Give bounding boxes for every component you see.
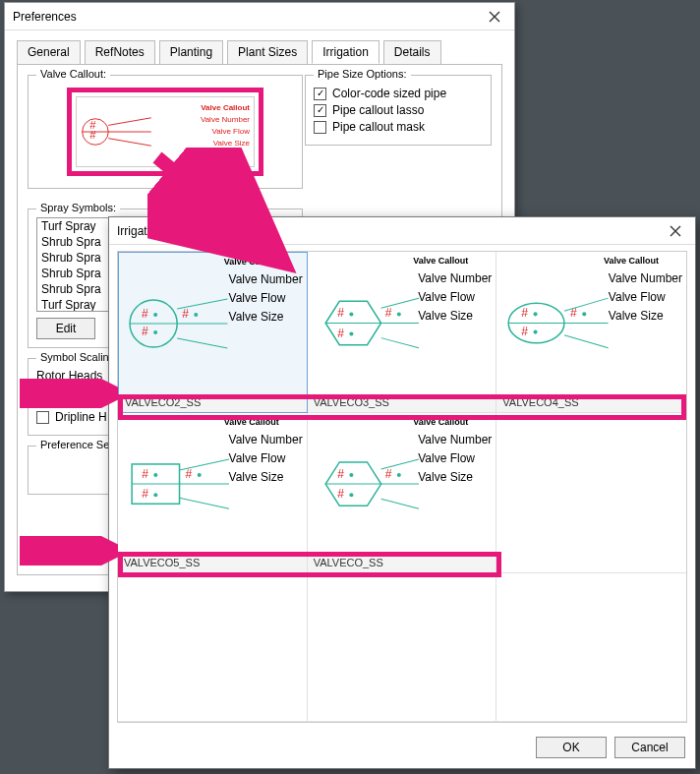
diagram-label: Valve Number <box>609 269 682 288</box>
irrigation-close-icon[interactable] <box>664 219 687 243</box>
thumb-l1: Valve Number <box>201 115 250 124</box>
callout-cell-valveco4[interactable]: # # # Valve Callout Valve Number Valve F… <box>496 252 686 413</box>
diagram-label: Valve Flow <box>229 449 303 468</box>
symbol-scaling-label: Symbol Scalin <box>36 351 113 363</box>
diagram-label: Valve Number <box>418 431 492 449</box>
diagram-label: Valve Size <box>609 307 682 326</box>
diagram-label: Valve Flow <box>229 289 303 308</box>
svg-line-26 <box>380 298 418 308</box>
callout-caption: VALVECO_SS <box>308 555 496 572</box>
tab-details[interactable]: Details <box>383 40 441 64</box>
svg-text:#: # <box>142 307 148 321</box>
diagram-label: Valve Number <box>418 269 492 288</box>
svg-text:#: # <box>89 129 96 141</box>
svg-text:#: # <box>337 467 344 481</box>
irrigation-titlebar: Irrigation <box>109 217 695 245</box>
diagram-title: Valve Callout <box>413 417 468 427</box>
svg-line-59 <box>380 459 418 469</box>
callout-cell-valveco5[interactable]: # # # Valve Callout Valve Number Valve F… <box>118 413 308 573</box>
svg-text:#: # <box>142 487 148 501</box>
diagram-label: Valve Size <box>229 468 303 487</box>
valve-callout-label: Valve Callout: <box>36 68 110 80</box>
svg-text:#: # <box>337 306 344 320</box>
svg-text:#: # <box>337 487 344 501</box>
svg-line-17 <box>177 338 227 348</box>
preference-set-label: Preference Set <box>36 439 116 450</box>
irrigation-thumb-grid: # # # Valve Callout Valve Number Valve F… <box>118 252 686 722</box>
svg-line-61 <box>380 499 418 508</box>
diagram-title: Valve Callout <box>224 417 279 427</box>
tab-plant-sizes[interactable]: Plant Sizes <box>227 40 308 64</box>
svg-point-25 <box>396 312 400 316</box>
irrigation-thumb-area: # # # Valve Callout Valve Number Valve F… <box>117 251 687 723</box>
svg-text:#: # <box>522 325 529 338</box>
tab-planting[interactable]: Planting <box>159 40 223 64</box>
svg-point-32 <box>534 312 538 316</box>
diagram-label: Valve Flow <box>418 449 492 468</box>
chk-lasso[interactable]: ✓Pipe callout lasso <box>314 103 483 117</box>
svg-line-50 <box>180 498 229 508</box>
svg-point-43 <box>153 473 157 477</box>
diagram-title: Valve Callout <box>413 256 468 266</box>
chk-lasso-label: Pipe callout lasso <box>332 103 424 117</box>
svg-point-54 <box>349 473 353 477</box>
callout-caption: VALVECO4_SS <box>496 394 686 412</box>
diagram-label: Valve Number <box>229 270 303 289</box>
valve-callout-thumb[interactable]: # # Valve Callout Valve Number Valve Flo… <box>76 96 255 167</box>
thumb-l2: Valve Flow <box>211 127 250 136</box>
tab-general[interactable]: General <box>17 40 81 64</box>
callout-cell-valveco[interactable]: # # # Valve Callout Valve Number Valve F… <box>308 413 497 573</box>
chk-mask[interactable]: Pipe callout mask <box>314 120 483 134</box>
spray-edit-button[interactable]: Edit <box>36 318 95 339</box>
svg-point-58 <box>396 473 400 477</box>
tab-refnotes[interactable]: RefNotes <box>85 40 155 64</box>
diagram-title: Valve Callout <box>224 257 279 267</box>
svg-point-34 <box>534 330 538 334</box>
svg-line-15 <box>177 299 227 309</box>
spray-symbols-label: Spray Symbols: <box>36 202 120 213</box>
svg-line-6 <box>108 139 151 147</box>
svg-point-56 <box>349 493 353 497</box>
svg-text:#: # <box>182 307 189 321</box>
callout-cell-valveco2[interactable]: # # # Valve Callout Valve Number Valve F… <box>118 252 308 413</box>
svg-line-39 <box>564 335 609 348</box>
valve-callout-group: Valve Callout: # # Valve Callout Valve N… <box>28 75 303 189</box>
valve-callout-thumb-highlight: # # Valve Callout Valve Number Valve Flo… <box>67 88 263 176</box>
preferences-close-icon[interactable] <box>483 5 506 29</box>
preferences-tabs: General RefNotes Planting Plant Sizes Ir… <box>5 30 514 64</box>
svg-point-45 <box>153 493 157 497</box>
irrigation-title: Irrigation <box>117 224 163 238</box>
svg-point-47 <box>198 473 202 477</box>
diagram-icon: # # # Valve Callout Valve Number Valve F… <box>118 413 307 555</box>
cancel-button[interactable]: Cancel <box>614 737 685 758</box>
diagram-labels: Valve Number Valve Flow Valve Size <box>418 269 492 327</box>
diagram-icon: # # # Valve Callout Valve Number Valve F… <box>496 252 686 394</box>
svg-line-28 <box>380 338 418 348</box>
diagram-icon: # # # Valve Callout Valve Number Valve F… <box>308 413 496 555</box>
svg-text:#: # <box>522 306 529 320</box>
ok-button[interactable]: OK <box>536 737 607 758</box>
diagram-labels: Valve Number Valve Flow Valve Size <box>609 269 682 327</box>
chk-dripline-label: Dripline H <box>55 410 107 424</box>
svg-text:#: # <box>337 327 344 340</box>
tab-irrigation[interactable]: Irrigation <box>312 40 379 64</box>
svg-point-14 <box>194 313 198 317</box>
diagram-label: Valve Flow <box>609 288 682 307</box>
irrigation-body: # # # Valve Callout Valve Number Valve F… <box>109 245 695 729</box>
diagram-label: Valve Size <box>418 307 492 326</box>
chk-color-code[interactable]: ✓Color-code sized pipe <box>314 87 483 100</box>
irrigation-dialog: Irrigation # # # <box>108 216 696 769</box>
irrigation-button-row: OK Cancel <box>109 729 695 766</box>
svg-text:#: # <box>186 467 193 481</box>
preferences-titlebar: Preferences <box>5 3 514 30</box>
diagram-labels: Valve Number Valve Flow Valve Size <box>418 431 492 488</box>
pipe-size-options-label: Pipe Size Options: <box>314 68 411 80</box>
empty-cell <box>118 573 308 722</box>
svg-line-37 <box>564 298 609 311</box>
svg-text:#: # <box>384 467 391 481</box>
chk-color-code-label: Color-code sized pipe <box>332 87 446 100</box>
diagram-label: Valve Flow <box>418 288 492 307</box>
svg-point-23 <box>349 332 353 336</box>
svg-point-21 <box>349 312 353 316</box>
callout-cell-valveco3[interactable]: # # # Valve Callout Valve Number Valve F… <box>308 252 497 413</box>
